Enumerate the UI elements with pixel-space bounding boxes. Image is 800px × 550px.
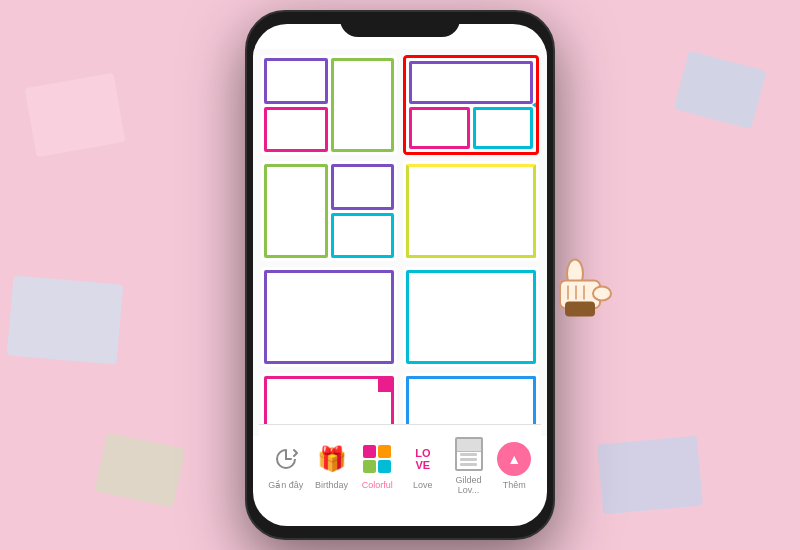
gilded-icon [451, 436, 487, 472]
svg-rect-4 [693, 296, 776, 405]
frame-template-4[interactable] [403, 161, 539, 261]
nav-label-colorful: Colorful [362, 480, 393, 490]
nav-item-more[interactable]: ▲ Thêm [491, 441, 537, 490]
nav-item-colorful[interactable]: Colorful [354, 441, 400, 490]
svg-point-7 [567, 259, 583, 287]
nav-label-more: Thêm [503, 480, 526, 490]
nav-label-gilded: Gilded Lov... [446, 475, 492, 495]
history-icon [268, 441, 304, 477]
gift-icon: 🎁 [314, 441, 350, 477]
love-icon: LOVE [405, 441, 441, 477]
svg-rect-6 [597, 436, 703, 514]
colorful-squares-icon [359, 441, 395, 477]
frame-template-3[interactable] [261, 161, 397, 261]
frame-template-2-selected[interactable] [403, 55, 539, 155]
svg-rect-1 [25, 73, 126, 158]
phone-screen: Gần đây 🎁 Birthday [253, 24, 547, 526]
frame-template-1[interactable] [261, 55, 397, 155]
svg-point-9 [593, 286, 611, 300]
phone-body: Gần đây 🎁 Birthday [245, 10, 555, 540]
nav-item-gilded[interactable]: Gilded Lov... [446, 436, 492, 495]
phone-mockup: Gần đây 🎁 Birthday [245, 10, 555, 540]
hand-cursor-pointer [545, 250, 625, 332]
nav-label-birthday: Birthday [315, 480, 348, 490]
svg-rect-2 [7, 275, 124, 364]
up-arrow-icon: ▲ [496, 441, 532, 477]
nav-item-birthday[interactable]: 🎁 Birthday [309, 441, 355, 490]
frames-grid [253, 49, 547, 436]
phone-notch [340, 12, 460, 37]
frame-template-5[interactable] [261, 267, 397, 367]
bottom-navigation: Gần đây 🎁 Birthday [259, 424, 541, 514]
svg-rect-8 [560, 280, 600, 308]
nav-item-recent[interactable]: Gần đây [263, 441, 309, 490]
collage-scroll-area[interactable] [253, 49, 547, 436]
svg-rect-3 [674, 51, 767, 130]
svg-rect-10 [565, 301, 595, 316]
svg-rect-5 [95, 432, 186, 507]
nav-label-recent: Gần đây [268, 480, 303, 490]
nav-item-love[interactable]: LOVE Love [400, 441, 446, 490]
nav-label-love: Love [413, 480, 433, 490]
frame-template-6[interactable] [403, 267, 539, 367]
